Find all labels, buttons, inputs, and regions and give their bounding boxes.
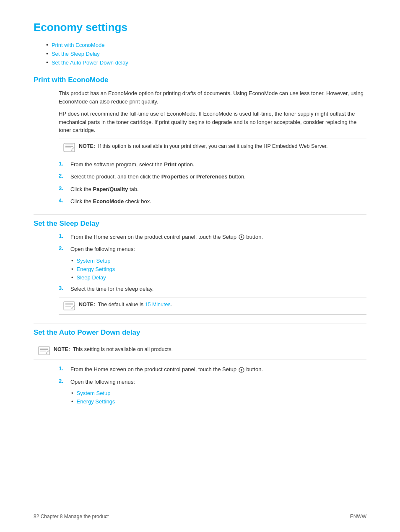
page-title: Economy settings <box>34 21 366 34</box>
econo-para2: HP does not recommend the full-time use … <box>59 110 366 134</box>
sleep-note-post: . <box>171 302 172 307</box>
sleep-note-pre: The default value is <box>98 302 145 307</box>
step-num-2: 2. <box>59 173 70 179</box>
toc-item-2[interactable]: Set the Sleep Delay <box>46 50 366 57</box>
sleep-sub-link-1[interactable]: System Setup <box>77 258 111 264</box>
auto-power-note-text: NOTE: This setting is not available on a… <box>54 346 173 354</box>
toc-item-1[interactable]: Print with EconoMode <box>46 41 366 48</box>
econo-note-box: NOTE: If this option is not available in… <box>59 139 366 156</box>
auto-power-note-content: This setting is not available on all pro… <box>73 346 173 352</box>
footer-right: ENWW <box>350 514 366 519</box>
step-num-4: 4. <box>59 197 70 204</box>
svg-rect-0 <box>64 143 75 152</box>
sleep-sub-item-1[interactable]: System Setup <box>71 258 366 264</box>
svg-point-5 <box>241 236 242 238</box>
sleep-sub-list: System Setup Energy Settings Sleep Delay <box>71 258 366 281</box>
auto-power-step-1: 1. From the Home screen on the product c… <box>59 365 366 374</box>
toc-link-2[interactable]: Set the Sleep Delay <box>52 51 100 57</box>
auto-power-step-2: 2. Open the following menus: <box>59 378 366 386</box>
section-content-sleep: 1. From the Home screen on the product c… <box>59 233 366 315</box>
sleep-note-text: NOTE: The default value is 15 Minutes. <box>79 301 172 309</box>
sleep-step-num-2: 2. <box>59 245 70 251</box>
econo-note-text: NOTE: If this option is not available in… <box>79 142 328 150</box>
sleep-sub-item-3[interactable]: Sleep Delay <box>71 274 366 281</box>
econo-step-4: 4. Click the EconoMode check box. <box>59 197 366 206</box>
section-content-econo: This product has an EconoMode option for… <box>59 89 366 206</box>
svg-rect-10 <box>64 302 75 310</box>
section-title-econo: Print with EconoMode <box>34 76 366 84</box>
auto-power-sub-item-2[interactable]: Energy Settings <box>71 398 366 405</box>
sleep-steps: 1. From the Home screen on the product c… <box>59 233 366 253</box>
sleep-note-link[interactable]: 15 Minutes <box>145 302 171 307</box>
step-text-4: Click the EconoMode check box. <box>70 197 151 206</box>
auto-power-sub-list: System Setup Energy Settings <box>71 390 366 405</box>
toc-list: Print with EconoMode Set the Sleep Delay… <box>46 41 366 66</box>
sleep-step-num-3: 3. <box>59 285 70 291</box>
footer-left: 82 Chapter 8 Manage the product <box>34 514 109 519</box>
econo-step-3: 3. Click the Paper/Quality tab. <box>59 185 366 194</box>
auto-power-sub-link-1[interactable]: System Setup <box>77 390 111 396</box>
sleep-step-1: 1. From the Home screen on the product c… <box>59 233 366 241</box>
note-icon <box>63 142 75 152</box>
sleep-note-box: NOTE: The default value is 15 Minutes. <box>59 297 366 315</box>
auto-power-note-icon <box>38 346 50 356</box>
step-text-2: Select the product, and then click the P… <box>70 173 246 181</box>
auto-power-step-num-2: 2. <box>59 378 70 384</box>
step-text-1: From the software program, select the Pr… <box>70 160 195 169</box>
auto-power-sub-item-1[interactable]: System Setup <box>71 390 366 396</box>
sleep-sub-link-2[interactable]: Energy Settings <box>77 266 115 272</box>
sleep-step-text-3: Select the time for the sleep delay. <box>70 285 153 293</box>
toc-link-1[interactable]: Print with EconoMode <box>52 42 104 48</box>
auto-power-steps: 1. From the Home screen on the product c… <box>59 365 366 386</box>
auto-power-note-box: NOTE: This setting is not available on a… <box>34 342 366 359</box>
setup-icon-1 <box>239 234 244 240</box>
step-text-3: Click the Paper/Quality tab. <box>70 185 139 194</box>
econo-step-1: 1. From the software program, select the… <box>59 160 366 169</box>
sleep-note-label: NOTE: <box>79 302 95 307</box>
auto-power-step-text-2: Open the following menus: <box>70 378 135 386</box>
svg-rect-14 <box>39 346 49 355</box>
page-footer: 82 Chapter 8 Manage the product ENWW <box>0 514 400 519</box>
divider-sleep <box>34 214 366 214</box>
setup-icon-2 <box>239 367 244 373</box>
econo-note-content: If this option is not available in your … <box>98 143 328 149</box>
econo-steps: 1. From the software program, select the… <box>59 160 366 206</box>
sleep-step-text-2: Open the following menus: <box>70 245 135 253</box>
toc-item-3[interactable]: Set the Auto Power Down delay <box>46 59 366 66</box>
step-num-1: 1. <box>59 160 70 167</box>
auto-power-note-label: NOTE: <box>54 346 70 352</box>
section-auto-power: Set the Auto Power Down delay NOTE: This… <box>34 323 366 405</box>
svg-point-19 <box>241 369 242 371</box>
econo-para1: This product has an EconoMode option for… <box>59 89 366 106</box>
econo-step-2: 2. Select the product, and then click th… <box>59 173 366 181</box>
section-title-auto-power: Set the Auto Power Down delay <box>34 328 366 337</box>
auto-power-step-text-1: From the Home screen on the product cont… <box>70 365 263 374</box>
sleep-sub-item-2[interactable]: Energy Settings <box>71 266 366 272</box>
section-sleep-delay: Set the Sleep Delay 1. From the Home scr… <box>34 214 366 315</box>
step-num-3: 3. <box>59 185 70 191</box>
sleep-step-2: 2. Open the following menus: <box>59 245 366 253</box>
sleep-sub-link-3[interactable]: Sleep Delay <box>77 274 106 281</box>
sleep-steps-cont: 3. Select the time for the sleep delay. <box>59 285 366 293</box>
section-print-econo: Print with EconoMode This product has an… <box>34 76 366 206</box>
sleep-step-text-1: From the Home screen on the product cont… <box>70 233 263 241</box>
section-title-sleep: Set the Sleep Delay <box>34 220 366 228</box>
section-content-auto-power: 1. From the Home screen on the product c… <box>59 365 366 405</box>
toc-link-3[interactable]: Set the Auto Power Down delay <box>52 59 128 66</box>
auto-power-step-num-1: 1. <box>59 365 70 372</box>
auto-power-sub-link-2[interactable]: Energy Settings <box>77 398 115 405</box>
sleep-step-3: 3. Select the time for the sleep delay. <box>59 285 366 293</box>
sleep-step-num-1: 1. <box>59 233 70 239</box>
divider-auto-power <box>34 323 366 323</box>
sleep-note-icon <box>63 301 75 311</box>
econo-note-label: NOTE: <box>79 143 95 149</box>
